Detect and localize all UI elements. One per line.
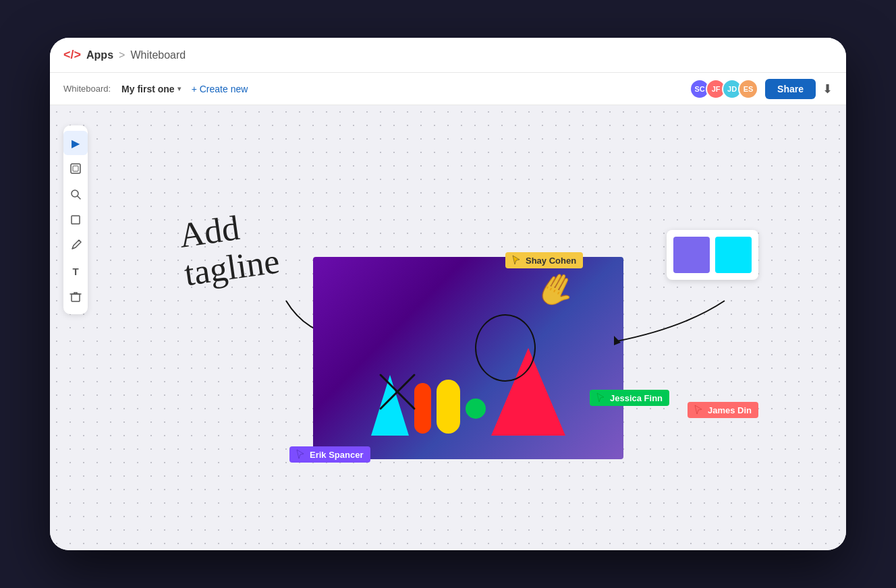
toolbar-right: SC JF JD ES Share ⬇ [690,79,833,99]
cursor-name-jessica: Jessica Finn [610,393,663,403]
cursor-name-shay: Shay Cohen [526,256,576,266]
pen-tool[interactable] [63,233,88,258]
create-new-button[interactable]: + Create new [192,84,248,94]
cyan-swatch[interactable] [715,237,752,273]
breadcrumb-apps[interactable]: Apps [86,49,113,61]
left-toolbar: ▶ T [63,125,88,314]
browser-chrome: </> Apps > Whiteboard Whiteboard: My fir… [50,38,846,550]
cursor-arrow-jessica [596,392,606,403]
logo-icon: </> [63,48,81,62]
cursor-label-james: James Din [688,402,758,418]
color-swatches [667,230,758,280]
cursor-arrow-shay [512,255,522,266]
svg-line-3 [78,196,80,199]
green-ball [466,399,486,419]
yellow-oval [437,380,460,434]
breadcrumb-page: Whiteboard [130,49,186,61]
cursor-name-james: James Din [708,405,752,415]
toolbar-bar: Whiteboard: My first one ▾ + Create new … [50,73,846,105]
avatar-group: SC JF JD ES [690,79,758,99]
cursor-label-erik: Erik Spancer [289,446,370,463]
shapes-scene [313,257,623,459]
share-button[interactable]: Share [765,79,816,99]
board-name: My first one [121,84,175,94]
cursor-label-shay: Shay Cohen [505,252,583,268]
chevron-down-icon: ▾ [177,85,181,92]
svg-rect-1 [73,166,78,171]
crop-tool[interactable] [63,208,88,232]
download-button[interactable]: ⬇ [822,82,833,96]
cursor-arrow-erik [296,449,306,460]
top-bar: </> Apps > Whiteboard [50,38,846,73]
breadcrumb-separator: > [119,49,125,61]
red-capsule [414,383,431,434]
select-tool[interactable]: ▶ [63,131,88,155]
cursor-name-erik: Erik Spancer [310,450,364,460]
red-pyramid [491,348,565,436]
text-tool[interactable]: T [63,259,88,283]
board-selector[interactable]: My first one ▾ [121,84,181,94]
frame-tool[interactable] [63,156,88,181]
delete-tool[interactable] [63,285,88,309]
handwritten-annotation: Add tagline [177,204,282,293]
avatar[interactable]: ES [738,79,758,99]
svg-rect-0 [71,164,80,173]
cursor-arrow-james [694,405,704,415]
zoom-tool[interactable] [63,182,88,206]
device-frame: </> Apps > Whiteboard Whiteboard: My fir… [50,38,846,550]
svg-rect-4 [72,216,80,224]
breadcrumb: </> Apps > Whiteboard [63,48,833,62]
main-canvas[interactable]: ▶ T Add t [50,105,846,550]
toolbar-label: Whiteboard: [63,84,111,94]
cyan-cone [371,375,409,436]
purple-swatch[interactable] [673,237,710,273]
svg-rect-5 [72,294,80,301]
cursor-label-jessica: Jessica Finn [590,390,669,406]
canvas-image: 🤚 [313,257,623,459]
annotation-arrow-2 [603,287,738,355]
